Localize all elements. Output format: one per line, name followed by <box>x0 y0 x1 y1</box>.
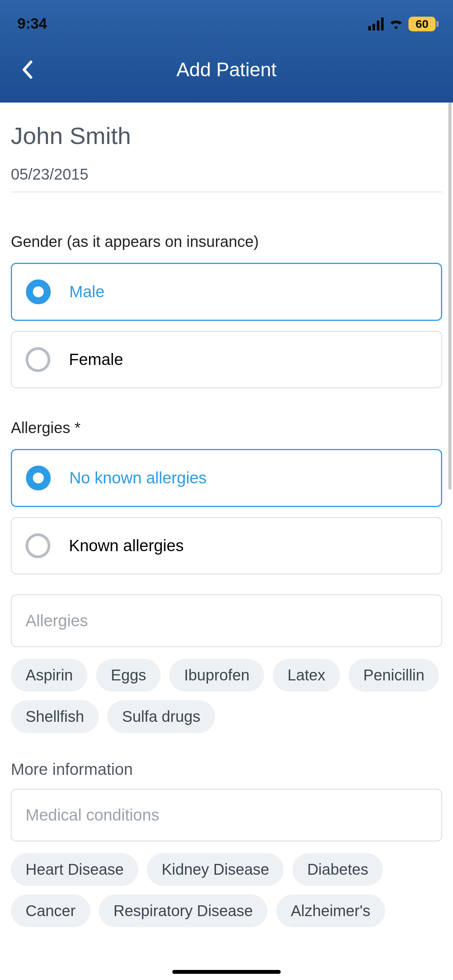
more-info-label: More information <box>11 760 442 779</box>
status-time: 9:34 <box>17 15 47 32</box>
gender-label: Gender (as it appears on insurance) <box>11 233 442 250</box>
back-button[interactable] <box>15 58 39 81</box>
conditions-input[interactable] <box>11 789 442 841</box>
chip-alzheimers[interactable]: Alzheimer's <box>276 894 385 927</box>
condition-chips: Heart Disease Kidney Disease Diabetes Ca… <box>11 853 442 927</box>
chip-eggs[interactable]: Eggs <box>96 659 161 692</box>
page-title: Add Patient <box>177 58 277 81</box>
scrollbar[interactable] <box>448 103 451 490</box>
allergies-radio-group: No known allergies Known allergies <box>11 449 442 574</box>
radio-label: Known allergies <box>69 536 184 555</box>
radio-label: Male <box>69 283 105 301</box>
chip-aspirin[interactable]: Aspirin <box>11 659 88 692</box>
radio-icon <box>26 533 50 558</box>
chevron-left-icon <box>22 60 33 79</box>
chip-cancer[interactable]: Cancer <box>11 894 90 927</box>
battery-indicator: 60 <box>408 17 436 31</box>
radio-icon <box>26 279 51 304</box>
allergies-option-known[interactable]: Known allergies <box>11 517 442 574</box>
allergies-input[interactable] <box>11 595 442 647</box>
home-indicator[interactable] <box>172 970 281 974</box>
chip-kidney[interactable]: Kidney Disease <box>147 853 284 886</box>
cellular-signal-icon <box>368 17 384 31</box>
radio-label: Female <box>69 350 123 369</box>
radio-icon <box>26 347 50 372</box>
gender-option-male[interactable]: Male <box>11 263 442 321</box>
patient-dob: 05/23/2015 <box>11 166 442 183</box>
chip-penicillin[interactable]: Penicillin <box>348 659 439 692</box>
chip-ibuprofen[interactable]: Ibuprofen <box>169 659 264 692</box>
status-right: 60 <box>368 17 436 31</box>
radio-label: No known allergies <box>69 469 207 487</box>
radio-icon <box>26 466 51 490</box>
chip-shellfish[interactable]: Shellfish <box>11 700 99 733</box>
divider <box>11 192 442 192</box>
content-area: John Smith 05/23/2015 Gender (as it appe… <box>0 103 453 980</box>
allergies-option-none[interactable]: No known allergies <box>11 449 442 507</box>
app-header: 9:34 60 Add Patient <box>0 0 453 103</box>
chip-latex[interactable]: Latex <box>273 659 340 692</box>
status-bar: 9:34 60 <box>0 0 453 37</box>
nav-bar: Add Patient <box>0 37 453 103</box>
patient-name: John Smith <box>11 122 442 149</box>
allergy-chips: Aspirin Eggs Ibuprofen Latex Penicillin … <box>11 659 442 733</box>
gender-radio-group: Male Female <box>11 263 442 388</box>
chip-sulfa[interactable]: Sulfa drugs <box>107 700 215 733</box>
chip-diabetes[interactable]: Diabetes <box>292 853 383 886</box>
allergies-label: Allergies * <box>11 419 442 437</box>
chip-respiratory[interactable]: Respiratory Disease <box>99 894 268 927</box>
gender-option-female[interactable]: Female <box>11 331 442 388</box>
chip-heart[interactable]: Heart Disease <box>11 853 138 886</box>
wifi-icon <box>388 18 404 30</box>
